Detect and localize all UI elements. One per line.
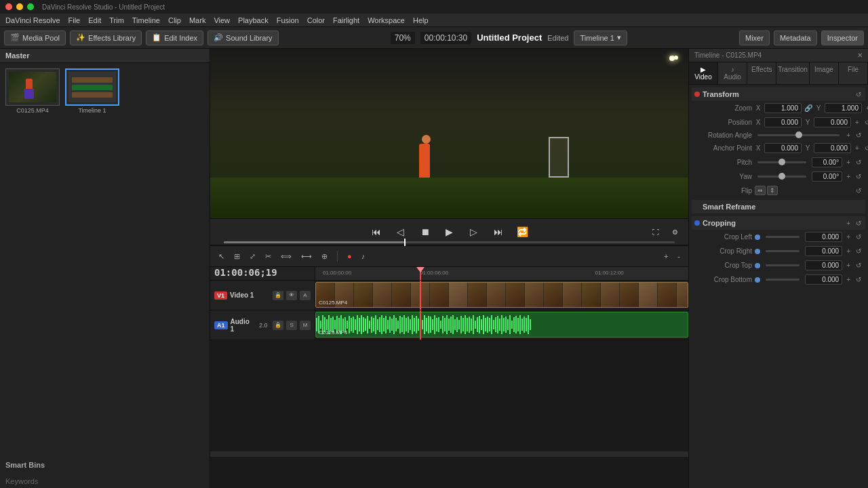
zoom-link-btn[interactable]: 🔗 — [804, 104, 812, 112]
menu-color[interactable]: Color — [307, 16, 325, 24]
edit-index-btn[interactable]: 📋 Edit Index — [146, 30, 203, 45]
inspector-close-icon[interactable]: ✕ — [857, 52, 863, 59]
pitch-reset-btn[interactable]: ↺ — [854, 159, 863, 166]
crop-right-reset-btn[interactable]: ↺ — [854, 247, 863, 255]
crop-right-input[interactable] — [805, 246, 842, 256]
tab-image[interactable]: Image — [810, 62, 839, 84]
go-to-end-btn[interactable]: ⏭ — [490, 224, 507, 240]
menu-edit[interactable]: Edit — [88, 16, 101, 24]
media-item-timeline1[interactable]: Timeline 1 — [65, 68, 119, 114]
crop-bottom-reset-btn[interactable]: ↺ — [854, 276, 863, 283]
media-item-c0125[interactable]: C0125.MP4 — [5, 68, 60, 114]
crop-bottom-slider[interactable] — [766, 279, 800, 281]
ruler-ticks[interactable]: 01:00:00:00 01:00:06:00 01:00:12:00 — [315, 267, 688, 280]
next-frame-btn[interactable]: ▷ — [466, 224, 482, 240]
zoom-level[interactable]: 70% — [391, 32, 415, 44]
prev-frame-btn[interactable]: ◁ — [393, 224, 409, 240]
anchor-x-input[interactable] — [764, 143, 802, 153]
yaw-slider[interactable] — [757, 176, 806, 178]
tab-audio[interactable]: ♪ Audio — [718, 62, 747, 84]
tl-razor-btn[interactable]: ✂ — [262, 251, 274, 262]
effects-library-btn[interactable]: ✨ Effects Library — [70, 30, 142, 45]
position-add-btn[interactable]: + — [854, 119, 861, 126]
tl-slide-btn[interactable]: ⟷ — [298, 251, 315, 262]
tab-effects[interactable]: Effects — [747, 62, 776, 84]
media-pool-btn[interactable]: 🎬 Media Pool — [4, 30, 66, 45]
metadata-btn[interactable]: Metadata — [774, 30, 817, 45]
mixer-btn[interactable]: Mixer — [739, 30, 770, 45]
tab-file[interactable]: File — [839, 62, 868, 84]
rotation-slider[interactable] — [757, 134, 840, 136]
tl-audio-btn[interactable]: ♪ — [359, 251, 368, 262]
timecode-display[interactable]: 00:00:10:30 — [420, 32, 471, 44]
tl-zoom-out-btn[interactable]: - — [675, 251, 683, 262]
crop-right-slider[interactable] — [766, 250, 800, 252]
crop-bottom-input[interactable] — [805, 274, 842, 285]
audio-vis-icon[interactable]: S — [286, 321, 297, 330]
menu-view[interactable]: View — [214, 16, 230, 24]
tl-record-btn[interactable]: ● — [344, 251, 355, 262]
menu-help[interactable]: Help — [413, 16, 429, 24]
timeline-selector[interactable]: Timeline 1 ▾ — [574, 30, 627, 45]
crop-left-reset-btn[interactable]: ↺ — [854, 233, 863, 241]
cropping-reset-btn[interactable]: ↺ — [854, 220, 863, 227]
menu-clip[interactable]: Clip — [168, 16, 181, 24]
rotation-add-btn[interactable]: + — [845, 131, 852, 139]
transform-header[interactable]: Transform ↺ — [692, 87, 865, 101]
audio-track-body[interactable]: C0125.MP4 — [315, 310, 688, 340]
sound-library-btn[interactable]: 🔊 Sound Library — [208, 30, 279, 45]
transform-reset-btn[interactable]: ↺ — [854, 91, 863, 98]
crop-right-add-btn[interactable]: + — [845, 247, 852, 255]
crop-top-reset-btn[interactable]: ↺ — [854, 262, 863, 269]
track-auto-icon[interactable]: A — [300, 291, 311, 300]
crop-left-input[interactable] — [805, 232, 842, 242]
video-clip-c0125[interactable]: C0125.MP4 — [315, 282, 688, 308]
pitch-add-btn[interactable]: + — [845, 159, 852, 166]
play-btn[interactable]: ▶ — [441, 224, 458, 240]
cropping-add-btn[interactable]: + — [845, 220, 852, 227]
pitch-slider[interactable] — [757, 161, 806, 163]
menu-fairlight[interactable]: Fairlight — [333, 16, 359, 24]
position-y-input[interactable] — [814, 117, 851, 127]
crop-left-add-btn[interactable]: + — [845, 233, 852, 241]
anchor-y-input[interactable] — [814, 143, 851, 153]
zoom-add-btn[interactable]: + — [865, 104, 868, 112]
menu-timeline[interactable]: Timeline — [132, 16, 160, 24]
stop-btn[interactable]: ⏹ — [417, 224, 433, 240]
yaw-add-btn[interactable]: + — [845, 173, 852, 180]
anchor-reset-btn[interactable]: ↺ — [863, 144, 868, 152]
track-vis-icon[interactable]: 👁 — [286, 291, 297, 300]
win-min-btn[interactable] — [16, 3, 23, 10]
inspector-btn[interactable]: Inspector — [821, 30, 864, 45]
position-reset-btn[interactable]: ↺ — [863, 119, 868, 126]
win-max-btn[interactable] — [27, 3, 34, 10]
tab-video[interactable]: ▶ Video — [689, 62, 718, 84]
position-x-input[interactable] — [764, 117, 802, 127]
tl-trim-btn[interactable]: ⊞ — [231, 251, 243, 262]
tl-select-btn[interactable]: ↖ — [216, 251, 227, 262]
crop-top-slider[interactable] — [766, 264, 800, 266]
loop-btn[interactable]: 🔁 — [515, 224, 531, 240]
anchor-add-btn[interactable]: + — [854, 144, 861, 152]
progress-bar[interactable] — [224, 241, 675, 243]
audio-mute-icon[interactable]: M — [300, 321, 311, 330]
menu-workspace[interactable]: Workspace — [368, 16, 405, 24]
menu-trim[interactable]: Trim — [109, 16, 124, 24]
tl-warp-btn[interactable]: ⊕ — [319, 251, 330, 262]
crop-bottom-add-btn[interactable]: + — [845, 276, 852, 283]
yaw-input[interactable] — [812, 171, 842, 182]
cropping-header[interactable]: Cropping + ↺ — [692, 216, 865, 230]
track-lock-icon[interactable]: 🔒 — [273, 291, 283, 300]
rotation-reset-btn[interactable]: ↺ — [854, 131, 863, 139]
menu-playback[interactable]: Playback — [238, 16, 269, 24]
timeline-scrollbar-h[interactable] — [210, 451, 688, 457]
menu-mark[interactable]: Mark — [189, 16, 205, 24]
menu-davinci[interactable]: DaVinci Resolve — [5, 16, 60, 24]
fullscreen-btn[interactable]: ⛶ — [648, 224, 664, 240]
zoom-y-input[interactable] — [825, 103, 862, 113]
menu-file[interactable]: File — [68, 16, 81, 24]
yaw-reset-btn[interactable]: ↺ — [854, 173, 863, 180]
audio-clip-c0125[interactable]: C0125.MP4 — [315, 312, 688, 338]
go-to-start-btn[interactable]: ⏮ — [368, 224, 384, 240]
zoom-x-input[interactable] — [764, 103, 802, 113]
